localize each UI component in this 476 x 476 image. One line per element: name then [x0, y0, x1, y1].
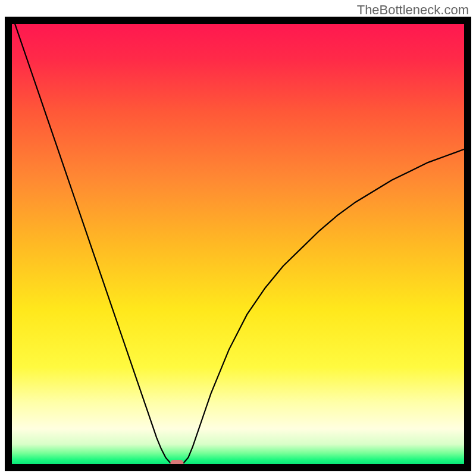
chart-black-frame	[5, 17, 471, 471]
chart-svg	[12, 24, 464, 464]
gradient-background	[12, 24, 464, 464]
chart-plot-area	[12, 24, 464, 464]
chart-container: TheBottleneck.com	[0, 0, 476, 476]
minimum-marker	[170, 460, 183, 464]
watermark-text: TheBottleneck.com	[357, 2, 469, 18]
